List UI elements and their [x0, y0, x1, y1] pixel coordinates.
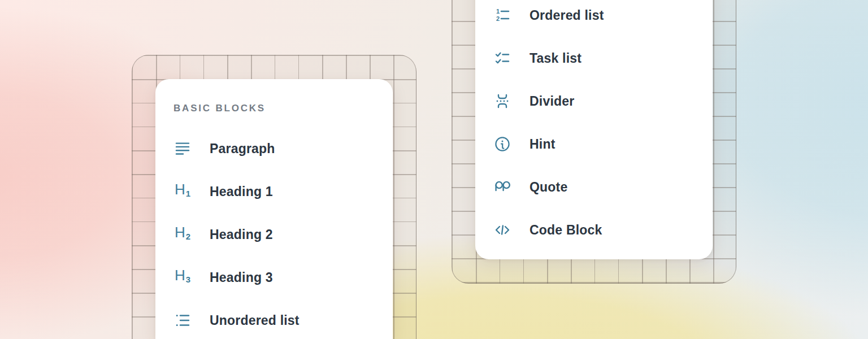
menu-item-heading-1[interactable]: H1 Heading 1	[155, 177, 393, 206]
menu-item-label: Task list	[530, 51, 581, 66]
background-gradient	[0, 0, 868, 339]
menu-item-label: Unordered list	[210, 313, 300, 328]
task-list-icon	[494, 50, 510, 66]
heading-2-icon: H2	[175, 227, 190, 242]
menu-item-heading-2[interactable]: H2 Heading 2	[155, 220, 393, 249]
paragraph-icon	[175, 141, 190, 157]
hint-icon	[494, 136, 510, 152]
menu-item-label: Heading 2	[210, 227, 273, 242]
divider-icon	[494, 93, 510, 109]
heading-3-icon: H3	[175, 270, 190, 285]
menu-item-label: Ordered list	[530, 8, 604, 23]
menu-item-label: Quote	[530, 180, 567, 195]
blocks-menu-panel: 1 2 Ordered list Task list	[475, 0, 713, 259]
menu-item-divider[interactable]: Divider	[475, 86, 713, 116]
menu-item-ordered-list[interactable]: 1 2 Ordered list	[475, 1, 713, 30]
menu-item-paragraph[interactable]: Paragraph	[155, 134, 393, 163]
heading-icon-level: 1	[186, 189, 190, 198]
menu-item-quote[interactable]: Quote	[475, 172, 713, 202]
heading-icon-letter: H	[175, 267, 185, 284]
menu-item-label: Paragraph	[210, 141, 275, 157]
menu-item-label: Heading 3	[210, 270, 273, 285]
menu-item-hint[interactable]: Hint	[475, 129, 713, 159]
section-header: BASIC BLOCKS	[173, 101, 266, 116]
quote-icon	[494, 179, 510, 195]
basic-blocks-menu-panel: BASIC BLOCKS Paragraph H1 Heading 1 H2 H…	[155, 79, 393, 339]
menu-item-code-block[interactable]: Code Block	[475, 215, 713, 245]
unordered-list-icon	[175, 312, 190, 328]
ordered-icon-digit-1: 1	[496, 8, 500, 15]
heading-icon-level: 3	[186, 275, 190, 284]
menu-item-label: Hint	[530, 137, 555, 152]
menu-item-task-list[interactable]: Task list	[475, 44, 713, 73]
ordered-icon-digit-2: 2	[496, 15, 500, 22]
menu-item-label: Divider	[530, 94, 574, 109]
heading-icon-letter: H	[175, 224, 185, 241]
heading-1-icon: H1	[175, 184, 190, 199]
menu-item-unordered-list[interactable]: Unordered list	[155, 306, 393, 335]
code-block-icon	[494, 222, 510, 238]
heading-icon-level: 2	[186, 232, 190, 241]
menu-item-heading-3[interactable]: H3 Heading 3	[155, 263, 393, 292]
menu-item-label: Heading 1	[210, 184, 273, 199]
menu-item-label: Code Block	[530, 223, 602, 238]
heading-icon-letter: H	[175, 181, 185, 198]
ordered-list-icon: 1 2	[494, 7, 510, 23]
